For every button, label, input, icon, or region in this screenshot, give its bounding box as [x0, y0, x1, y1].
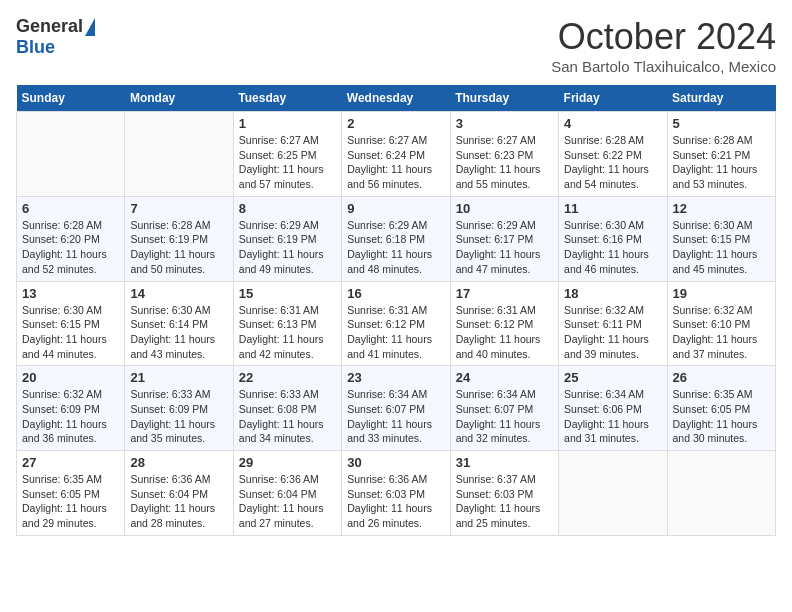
day-number: 15	[239, 286, 336, 301]
day-details: Sunrise: 6:29 AMSunset: 6:17 PMDaylight:…	[456, 218, 553, 277]
day-details: Sunrise: 6:33 AMSunset: 6:08 PMDaylight:…	[239, 387, 336, 446]
day-details: Sunrise: 6:35 AMSunset: 6:05 PMDaylight:…	[22, 472, 119, 531]
day-number: 28	[130, 455, 227, 470]
day-details: Sunrise: 6:35 AMSunset: 6:05 PMDaylight:…	[673, 387, 770, 446]
day-details: Sunrise: 6:31 AMSunset: 6:12 PMDaylight:…	[456, 303, 553, 362]
day-details: Sunrise: 6:27 AMSunset: 6:23 PMDaylight:…	[456, 133, 553, 192]
day-number: 4	[564, 116, 661, 131]
day-cell: 11Sunrise: 6:30 AMSunset: 6:16 PMDayligh…	[559, 196, 667, 281]
day-details: Sunrise: 6:32 AMSunset: 6:11 PMDaylight:…	[564, 303, 661, 362]
day-cell: 21Sunrise: 6:33 AMSunset: 6:09 PMDayligh…	[125, 366, 233, 451]
day-details: Sunrise: 6:33 AMSunset: 6:09 PMDaylight:…	[130, 387, 227, 446]
day-number: 27	[22, 455, 119, 470]
day-cell: 17Sunrise: 6:31 AMSunset: 6:12 PMDayligh…	[450, 281, 558, 366]
day-cell: 23Sunrise: 6:34 AMSunset: 6:07 PMDayligh…	[342, 366, 450, 451]
day-cell: 28Sunrise: 6:36 AMSunset: 6:04 PMDayligh…	[125, 451, 233, 536]
day-details: Sunrise: 6:30 AMSunset: 6:14 PMDaylight:…	[130, 303, 227, 362]
location-title: San Bartolo Tlaxihuicalco, Mexico	[551, 58, 776, 75]
day-details: Sunrise: 6:34 AMSunset: 6:06 PMDaylight:…	[564, 387, 661, 446]
day-cell: 24Sunrise: 6:34 AMSunset: 6:07 PMDayligh…	[450, 366, 558, 451]
day-number: 21	[130, 370, 227, 385]
day-cell: 4Sunrise: 6:28 AMSunset: 6:22 PMDaylight…	[559, 112, 667, 197]
week-row-2: 6Sunrise: 6:28 AMSunset: 6:20 PMDaylight…	[17, 196, 776, 281]
day-details: Sunrise: 6:30 AMSunset: 6:15 PMDaylight:…	[22, 303, 119, 362]
day-number: 3	[456, 116, 553, 131]
logo: General Blue	[16, 16, 95, 58]
week-row-5: 27Sunrise: 6:35 AMSunset: 6:05 PMDayligh…	[17, 451, 776, 536]
day-cell: 16Sunrise: 6:31 AMSunset: 6:12 PMDayligh…	[342, 281, 450, 366]
day-cell: 9Sunrise: 6:29 AMSunset: 6:18 PMDaylight…	[342, 196, 450, 281]
day-number: 1	[239, 116, 336, 131]
day-details: Sunrise: 6:34 AMSunset: 6:07 PMDaylight:…	[456, 387, 553, 446]
day-number: 23	[347, 370, 444, 385]
day-number: 9	[347, 201, 444, 216]
day-details: Sunrise: 6:37 AMSunset: 6:03 PMDaylight:…	[456, 472, 553, 531]
day-details: Sunrise: 6:27 AMSunset: 6:24 PMDaylight:…	[347, 133, 444, 192]
day-cell: 7Sunrise: 6:28 AMSunset: 6:19 PMDaylight…	[125, 196, 233, 281]
day-details: Sunrise: 6:28 AMSunset: 6:20 PMDaylight:…	[22, 218, 119, 277]
day-cell: 5Sunrise: 6:28 AMSunset: 6:21 PMDaylight…	[667, 112, 775, 197]
day-cell: 15Sunrise: 6:31 AMSunset: 6:13 PMDayligh…	[233, 281, 341, 366]
day-number: 8	[239, 201, 336, 216]
header-saturday: Saturday	[667, 85, 775, 112]
day-number: 18	[564, 286, 661, 301]
day-cell: 25Sunrise: 6:34 AMSunset: 6:06 PMDayligh…	[559, 366, 667, 451]
day-number: 20	[22, 370, 119, 385]
day-cell	[559, 451, 667, 536]
day-details: Sunrise: 6:34 AMSunset: 6:07 PMDaylight:…	[347, 387, 444, 446]
day-details: Sunrise: 6:29 AMSunset: 6:18 PMDaylight:…	[347, 218, 444, 277]
header-thursday: Thursday	[450, 85, 558, 112]
day-cell	[125, 112, 233, 197]
day-details: Sunrise: 6:29 AMSunset: 6:19 PMDaylight:…	[239, 218, 336, 277]
day-number: 14	[130, 286, 227, 301]
day-number: 22	[239, 370, 336, 385]
header-row: Sunday Monday Tuesday Wednesday Thursday…	[17, 85, 776, 112]
day-number: 19	[673, 286, 770, 301]
day-details: Sunrise: 6:30 AMSunset: 6:15 PMDaylight:…	[673, 218, 770, 277]
day-details: Sunrise: 6:36 AMSunset: 6:03 PMDaylight:…	[347, 472, 444, 531]
day-number: 13	[22, 286, 119, 301]
day-number: 30	[347, 455, 444, 470]
day-number: 17	[456, 286, 553, 301]
day-cell: 1Sunrise: 6:27 AMSunset: 6:25 PMDaylight…	[233, 112, 341, 197]
calendar-table: Sunday Monday Tuesday Wednesday Thursday…	[16, 85, 776, 536]
day-cell: 2Sunrise: 6:27 AMSunset: 6:24 PMDaylight…	[342, 112, 450, 197]
day-cell: 19Sunrise: 6:32 AMSunset: 6:10 PMDayligh…	[667, 281, 775, 366]
day-details: Sunrise: 6:28 AMSunset: 6:21 PMDaylight:…	[673, 133, 770, 192]
week-row-1: 1Sunrise: 6:27 AMSunset: 6:25 PMDaylight…	[17, 112, 776, 197]
logo-triangle	[85, 18, 95, 36]
header-monday: Monday	[125, 85, 233, 112]
day-number: 26	[673, 370, 770, 385]
day-details: Sunrise: 6:36 AMSunset: 6:04 PMDaylight:…	[239, 472, 336, 531]
day-cell: 27Sunrise: 6:35 AMSunset: 6:05 PMDayligh…	[17, 451, 125, 536]
page-header: General Blue October 2024 San Bartolo Tl…	[16, 16, 776, 75]
day-cell: 29Sunrise: 6:36 AMSunset: 6:04 PMDayligh…	[233, 451, 341, 536]
day-number: 6	[22, 201, 119, 216]
day-number: 31	[456, 455, 553, 470]
day-cell: 10Sunrise: 6:29 AMSunset: 6:17 PMDayligh…	[450, 196, 558, 281]
day-details: Sunrise: 6:27 AMSunset: 6:25 PMDaylight:…	[239, 133, 336, 192]
day-cell	[17, 112, 125, 197]
header-wednesday: Wednesday	[342, 85, 450, 112]
day-details: Sunrise: 6:31 AMSunset: 6:12 PMDaylight:…	[347, 303, 444, 362]
day-cell: 13Sunrise: 6:30 AMSunset: 6:15 PMDayligh…	[17, 281, 125, 366]
day-cell: 12Sunrise: 6:30 AMSunset: 6:15 PMDayligh…	[667, 196, 775, 281]
month-title: October 2024	[551, 16, 776, 58]
header-tuesday: Tuesday	[233, 85, 341, 112]
day-number: 7	[130, 201, 227, 216]
day-cell: 18Sunrise: 6:32 AMSunset: 6:11 PMDayligh…	[559, 281, 667, 366]
day-details: Sunrise: 6:28 AMSunset: 6:22 PMDaylight:…	[564, 133, 661, 192]
day-cell: 20Sunrise: 6:32 AMSunset: 6:09 PMDayligh…	[17, 366, 125, 451]
day-cell: 30Sunrise: 6:36 AMSunset: 6:03 PMDayligh…	[342, 451, 450, 536]
day-cell: 6Sunrise: 6:28 AMSunset: 6:20 PMDaylight…	[17, 196, 125, 281]
header-friday: Friday	[559, 85, 667, 112]
day-cell: 3Sunrise: 6:27 AMSunset: 6:23 PMDaylight…	[450, 112, 558, 197]
day-number: 5	[673, 116, 770, 131]
day-details: Sunrise: 6:32 AMSunset: 6:10 PMDaylight:…	[673, 303, 770, 362]
day-number: 16	[347, 286, 444, 301]
day-details: Sunrise: 6:36 AMSunset: 6:04 PMDaylight:…	[130, 472, 227, 531]
day-cell: 22Sunrise: 6:33 AMSunset: 6:08 PMDayligh…	[233, 366, 341, 451]
header-sunday: Sunday	[17, 85, 125, 112]
logo-blue: Blue	[16, 37, 55, 57]
day-number: 11	[564, 201, 661, 216]
